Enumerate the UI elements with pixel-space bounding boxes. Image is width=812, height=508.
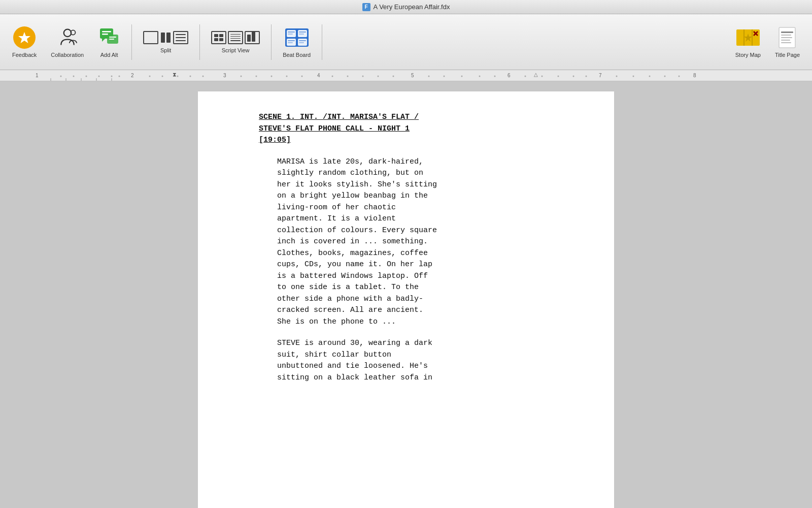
svg-point-79 xyxy=(586,76,587,77)
add-alt-label: Add Alt xyxy=(100,52,118,58)
svg-rect-5 xyxy=(102,31,111,33)
action-block-1: MARISA is late 20s, dark-haired, slightl… xyxy=(259,156,584,328)
svg-rect-23 xyxy=(299,42,304,43)
story-map-label: Story Map xyxy=(735,52,761,58)
svg-point-62 xyxy=(271,76,273,77)
svg-point-55 xyxy=(149,76,151,77)
beat-board-button[interactable]: Beat Board xyxy=(276,22,318,62)
svg-point-67 xyxy=(362,76,364,77)
split-pause-icon xyxy=(160,31,172,44)
svg-marker-10 xyxy=(116,44,118,46)
svg-point-57 xyxy=(177,76,179,77)
feedback-button[interactable]: Feedback xyxy=(5,22,44,62)
collaboration-button[interactable]: Collaboration xyxy=(44,22,91,62)
svg-point-63 xyxy=(286,76,288,77)
app-icon: F xyxy=(362,3,370,11)
separator-4 xyxy=(322,24,322,60)
svg-point-80 xyxy=(616,76,618,77)
script-view-icons xyxy=(211,31,260,44)
sv-bars-icon xyxy=(245,31,260,44)
svg-rect-8 xyxy=(109,37,116,38)
svg-point-69 xyxy=(393,76,394,77)
collaboration-label: Collaboration xyxy=(51,52,84,58)
beat-board-icon xyxy=(284,26,310,49)
scene-heading: SCENE 1. INT. /INT. MARISA'S FLAT / STEV… xyxy=(259,112,584,146)
svg-rect-33 xyxy=(781,37,792,38)
svg-rect-6 xyxy=(102,34,108,35)
svg-point-60 xyxy=(241,76,242,77)
split-single-icon xyxy=(143,31,158,44)
collaboration-icon xyxy=(56,26,79,49)
svg-rect-34 xyxy=(781,40,790,41)
svg-marker-0 xyxy=(18,32,30,43)
add-alt-button[interactable]: Add Alt xyxy=(91,22,127,62)
title-bar: F A Very European Affair.fdx xyxy=(0,0,812,14)
split-button[interactable]: Split xyxy=(136,27,195,57)
svg-point-61 xyxy=(256,76,257,77)
svg-rect-35 xyxy=(781,42,791,43)
svg-point-52 xyxy=(98,76,100,77)
svg-point-51 xyxy=(86,76,87,77)
svg-point-84 xyxy=(679,76,680,77)
ruler: ⧗ △ 1 2 3 4 5 6 7 8 xyxy=(0,70,812,81)
svg-point-71 xyxy=(444,76,445,77)
svg-point-50 xyxy=(73,76,75,77)
svg-text:1: 1 xyxy=(36,73,39,78)
separator-1 xyxy=(131,24,132,60)
svg-rect-31 xyxy=(781,31,793,33)
split-label: Split xyxy=(160,47,171,53)
svg-marker-4 xyxy=(102,39,105,42)
svg-text:3: 3 xyxy=(223,73,226,78)
title-page-icon xyxy=(776,26,798,49)
svg-point-59 xyxy=(202,76,204,77)
svg-rect-17 xyxy=(288,34,293,35)
svg-point-65 xyxy=(332,76,333,77)
toolbar: Feedback Collaboration xyxy=(0,14,812,70)
svg-point-76 xyxy=(542,76,543,77)
svg-point-83 xyxy=(664,76,666,77)
split-lines-icon xyxy=(173,31,188,44)
svg-point-49 xyxy=(60,76,62,77)
svg-point-68 xyxy=(378,76,379,77)
add-alt-icon xyxy=(98,26,120,49)
script-page[interactable]: SCENE 1. INT. /INT. MARISA'S FLAT / STEV… xyxy=(198,91,614,508)
ruler-content: ⧗ △ 1 2 3 4 5 6 7 8 xyxy=(0,70,812,81)
svg-text:7: 7 xyxy=(599,73,602,78)
svg-text:5: 5 xyxy=(411,73,414,78)
svg-point-73 xyxy=(479,76,481,77)
svg-point-64 xyxy=(301,76,303,77)
svg-point-82 xyxy=(649,76,651,77)
svg-rect-20 xyxy=(288,40,295,41)
svg-rect-32 xyxy=(781,35,791,36)
svg-point-74 xyxy=(494,76,496,77)
svg-text:8: 8 xyxy=(693,73,696,78)
editor-area: SCENE 1. INT. /INT. MARISA'S FLAT / STEV… xyxy=(0,81,812,508)
title-page-label: Title Page xyxy=(775,52,800,58)
script-view-label: Script View xyxy=(222,47,250,53)
svg-point-78 xyxy=(573,76,574,77)
svg-text:2: 2 xyxy=(131,73,134,78)
svg-rect-22 xyxy=(299,40,306,41)
svg-point-72 xyxy=(461,76,463,77)
svg-point-56 xyxy=(162,76,163,77)
svg-point-66 xyxy=(347,76,349,77)
svg-text:4: 4 xyxy=(317,73,320,78)
feedback-star-icon xyxy=(13,26,36,49)
title-bar-text: F A Very European Affair.fdx xyxy=(362,3,450,11)
action-block-2: STEVE is around 30, wearing a dark suit,… xyxy=(259,338,584,384)
ruler-ticks-svg: 1 2 3 4 5 6 7 8 xyxy=(0,70,812,81)
title-page-button[interactable]: Title Page xyxy=(768,22,807,62)
split-icons xyxy=(143,31,188,44)
story-map-icon xyxy=(735,26,761,49)
svg-point-70 xyxy=(428,76,430,77)
svg-rect-9 xyxy=(109,39,114,40)
separator-2 xyxy=(199,24,200,60)
sv-lines-icon xyxy=(228,31,243,44)
feedback-label: Feedback xyxy=(12,52,37,58)
svg-point-81 xyxy=(633,76,634,77)
story-map-button[interactable]: Story Map xyxy=(728,22,768,62)
script-view-button[interactable]: Script View xyxy=(204,27,267,57)
document-title: A Very European Affair.fdx xyxy=(374,3,450,11)
svg-rect-18 xyxy=(299,31,306,33)
svg-point-77 xyxy=(558,76,559,77)
